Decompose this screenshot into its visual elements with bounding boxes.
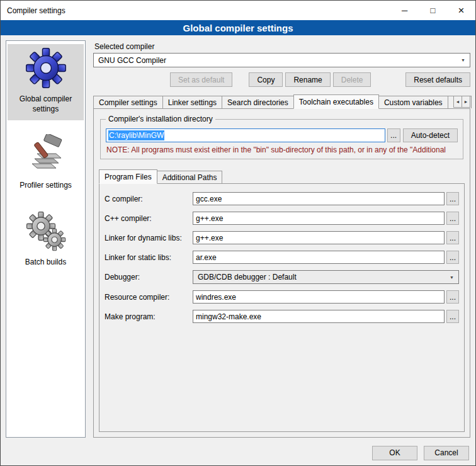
sidebar-item-label: Profiler settings — [20, 181, 72, 191]
tab-search-directories[interactable]: Search directories — [222, 96, 294, 108]
install-dir-row: C:\raylib\MinGW ... Auto-detect — [106, 128, 458, 142]
compiler-actions: Set as default Copy Rename Delete Reset … — [93, 72, 470, 87]
debugger-select[interactable]: GDB/CDB debugger : Default ▼ — [193, 270, 459, 284]
tab-scroll-right-button[interactable]: ► — [462, 96, 470, 108]
cpp-compiler-label: C++ compiler: — [105, 214, 193, 223]
minimize-button[interactable]: ─ — [390, 1, 419, 20]
debugger-label: Debugger: — [105, 273, 193, 281]
set-as-default-button[interactable]: Set as default — [170, 72, 232, 87]
install-dir-group: Compiler's installation directory C:\ray… — [100, 119, 463, 159]
titlebar: Compiler settings ─ □ × — [1, 1, 475, 20]
reset-defaults-button[interactable]: Reset defaults — [405, 72, 470, 87]
debugger-select-value: GDB/CDB debugger : Default — [198, 273, 297, 281]
chevron-down-icon: ▼ — [456, 58, 465, 62]
dialog-footer: OK Cancel — [1, 440, 475, 465]
note-text: NOTE: All programs must exist either in … — [106, 145, 457, 154]
toolchain-executables-panel: Compiler's installation directory C:\ray… — [93, 108, 470, 438]
resource-compiler-browse-button[interactable]: ... — [446, 290, 459, 304]
cpp-compiler-input[interactable] — [193, 212, 445, 225]
cpp-compiler-browse-button[interactable]: ... — [446, 212, 459, 225]
resource-compiler-input[interactable] — [193, 290, 445, 304]
static-linker-input[interactable] — [193, 251, 445, 264]
dialog-body: Global compiler settings Profiler settin… — [1, 35, 475, 440]
dynamic-linker-browse-button[interactable]: ... — [446, 231, 459, 244]
selected-compiler-label: Selected compiler — [94, 42, 470, 51]
tab-custom-variables[interactable]: Custom variables — [378, 96, 448, 108]
make-program-label: Make program: — [105, 312, 193, 321]
dialog-header-title: Global compiler settings — [1, 20, 475, 35]
install-dir-value: C:\raylib\MinGW — [108, 130, 164, 140]
make-program-row: Make program: ... — [105, 310, 459, 323]
resource-compiler-row: Resource compiler: ... — [105, 290, 459, 304]
gears-gray-icon — [26, 211, 66, 251]
program-files-panel: C compiler: ... C++ compiler: ... Linker… — [99, 183, 465, 432]
chevron-down-icon: ▼ — [445, 275, 454, 280]
c-compiler-input[interactable] — [193, 192, 445, 205]
make-program-browse-button[interactable]: ... — [446, 310, 459, 323]
install-dir-group-title: Compiler's installation directory — [106, 115, 215, 123]
subtab-bar: Program Files Additional Paths — [99, 169, 465, 183]
ok-button[interactable]: OK — [372, 446, 417, 460]
sidebar-item-label: Batch builds — [25, 258, 66, 268]
auto-detect-button[interactable]: Auto-detect — [403, 128, 458, 142]
c-compiler-label: C compiler: — [105, 195, 193, 203]
c-compiler-row: C compiler: ... — [105, 192, 459, 205]
dynamic-linker-label: Linker for dynamic libs: — [105, 234, 193, 242]
tab-bar: Compiler settings Linker settings Search… — [93, 94, 470, 108]
gear-blue-icon — [26, 48, 66, 88]
window-controls: ─ □ × — [390, 1, 475, 20]
sidebar: Global compiler settings Profiler settin… — [6, 40, 86, 438]
subtab-additional-paths[interactable]: Additional Paths — [157, 171, 223, 183]
cancel-button[interactable]: Cancel — [424, 446, 469, 460]
close-button[interactable]: × — [447, 1, 475, 20]
tab-compiler-settings[interactable]: Compiler settings — [93, 96, 163, 108]
delete-button[interactable]: Delete — [333, 72, 371, 87]
tab-scroll-left-button[interactable]: ◄ — [453, 96, 462, 108]
c-compiler-browse-button[interactable]: ... — [446, 192, 459, 205]
maximize-button[interactable]: □ — [419, 1, 447, 20]
dynamic-linker-row: Linker for dynamic libs: ... — [105, 231, 459, 244]
static-linker-browse-button[interactable]: ... — [446, 251, 459, 264]
tab-scroll-controls: ◄ ► — [454, 96, 470, 108]
dynamic-linker-input[interactable] — [193, 231, 445, 244]
make-program-input[interactable] — [193, 310, 445, 323]
install-dir-browse-button[interactable]: ... — [387, 128, 400, 142]
sidebar-item-global-compiler-settings[interactable]: Global compiler settings — [8, 44, 84, 120]
sidebar-item-profiler-settings[interactable]: Profiler settings — [8, 130, 84, 197]
copy-button[interactable]: Copy — [249, 72, 283, 87]
debugger-row: Debugger: GDB/CDB debugger : Default ▼ — [105, 270, 459, 284]
main-area: Selected compiler GNU GCC Compiler ▼ Set… — [93, 40, 470, 438]
cpp-compiler-row: C++ compiler: ... — [105, 212, 459, 225]
compiler-select[interactable]: GNU GCC Compiler ▼ — [93, 53, 470, 67]
install-dir-input[interactable]: C:\raylib\MinGW — [106, 128, 385, 142]
profiler-hammer-icon — [26, 134, 66, 174]
window-title: Compiler settings — [1, 6, 65, 15]
subtab-program-files[interactable]: Program Files — [99, 169, 157, 184]
rename-button[interactable]: Rename — [285, 72, 330, 87]
resource-compiler-label: Resource compiler: — [105, 293, 193, 302]
tab-linker-settings[interactable]: Linker settings — [162, 96, 222, 108]
compiler-settings-window: Compiler settings ─ □ × Global compiler … — [0, 0, 476, 466]
compiler-select-value: GNU GCC Compiler — [98, 56, 166, 65]
static-linker-row: Linker for static libs: ... — [105, 251, 459, 264]
tab-toolchain-executables[interactable]: Toolchain executables — [293, 94, 379, 109]
sidebar-item-batch-builds[interactable]: Batch builds — [8, 207, 84, 274]
static-linker-label: Linker for static libs: — [105, 253, 193, 262]
sidebar-item-label: Global compiler settings — [9, 94, 82, 114]
